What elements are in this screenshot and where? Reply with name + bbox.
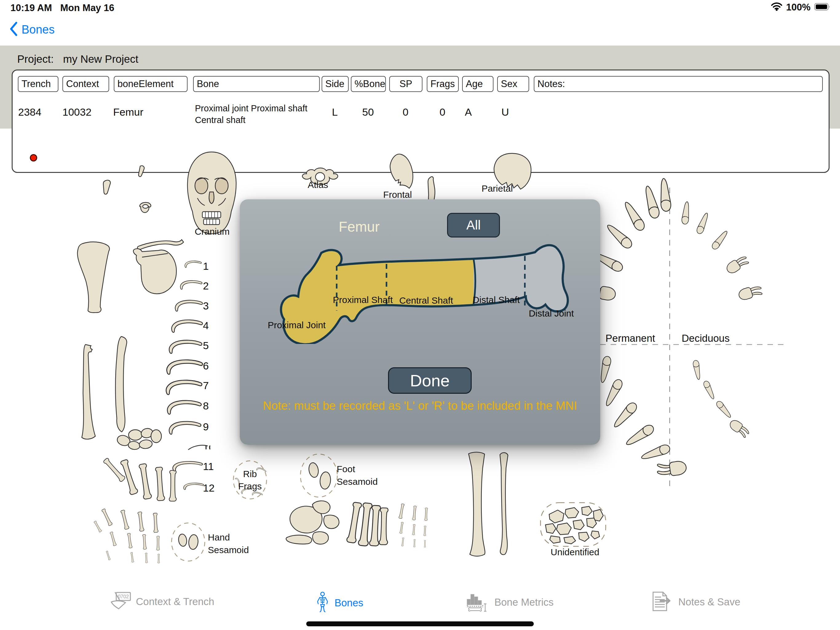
deciduous-lower-teeth[interactable]: [692, 360, 751, 438]
ulna-bone[interactable]: [115, 337, 127, 432]
proximal-shaft-label[interactable]: Proximal Shaft: [333, 295, 393, 305]
bone-fragment[interactable]: [139, 166, 144, 177]
rib-frags-label-1: Rib: [243, 469, 257, 479]
wifi-icon: [771, 2, 783, 12]
svg-text:0702: 0702: [118, 594, 129, 599]
hand-sesamoid-label-2: Sesamoid: [208, 545, 249, 555]
metatarsal-bones[interactable]: [346, 502, 388, 546]
parietal-label: Parietal: [482, 184, 513, 194]
all-button[interactable]: All: [447, 213, 500, 237]
back-button-label: Bones: [22, 23, 55, 36]
tab-bones[interactable]: Bones: [316, 592, 363, 614]
bone-metrics-icon: [467, 592, 489, 613]
frontal-label: Frontal: [383, 190, 412, 200]
rib-frags-label-2: Frags: [238, 481, 262, 492]
nav-bar: Bones: [0, 15, 840, 46]
tarsal-bones[interactable]: [286, 501, 339, 544]
bone-fragment[interactable]: [103, 180, 111, 195]
tab-notes-save[interactable]: Notes & Save: [652, 592, 741, 613]
foot-sesamoid-label-1: Foot: [337, 464, 355, 474]
header-field-frags[interactable]: Frags: [427, 76, 459, 92]
project-label: Project:: [17, 53, 54, 65]
header-field-sex[interactable]: Sex: [497, 76, 529, 92]
femur-portion-modal: Femur All Proximal Shaft Central Shaft D…: [240, 199, 600, 445]
scapula-bone[interactable]: [133, 249, 177, 294]
fibula-bone[interactable]: [500, 453, 508, 555]
home-indicator[interactable]: [306, 621, 534, 626]
header-field-trench[interactable]: Trench: [18, 76, 58, 92]
mni-note: Note: must be recorded as 'L' or 'R' to …: [240, 399, 600, 413]
row-frags[interactable]: 0: [440, 106, 445, 118]
rib-bones[interactable]: [166, 261, 208, 490]
row-age[interactable]: A: [465, 106, 472, 118]
header-field-side[interactable]: Side: [322, 76, 349, 92]
hand-sesamoid-group[interactable]: [172, 523, 205, 561]
tab-context-trench[interactable]: 0702 Context & Trench: [111, 592, 214, 612]
context-trench-icon: 0702: [111, 592, 131, 612]
done-button[interactable]: Done: [388, 367, 472, 394]
frontal-bone[interactable]: [390, 154, 413, 188]
tab-bone-metrics[interactable]: Bone Metrics: [467, 592, 554, 613]
row-pctbone[interactable]: 50: [362, 106, 374, 118]
atlas-label: Atlas: [308, 180, 328, 190]
battery-icon: [814, 3, 831, 12]
rib-number-3: 3: [203, 300, 209, 312]
foot-sesamoid-group[interactable]: [300, 454, 337, 497]
tibia-bone[interactable]: [469, 452, 485, 556]
clavicle-bone[interactable]: [137, 240, 183, 250]
radius-bone[interactable]: [82, 345, 95, 439]
rib-number-8: 8: [203, 400, 209, 412]
row-trench[interactable]: 2384: [18, 106, 41, 118]
distal-joint-label[interactable]: Distal Joint: [529, 308, 574, 319]
row-bone-portions[interactable]: Proximal joint Proximal shaft Central sh…: [195, 103, 308, 126]
header-field-sp[interactable]: SP: [389, 76, 422, 92]
proximal-joint-label[interactable]: Proximal Joint: [268, 320, 325, 330]
cranium-bone[interactable]: [188, 152, 236, 234]
humerus-bone[interactable]: [77, 242, 109, 313]
header-field-context[interactable]: Context: [62, 76, 109, 92]
rib-number-6: 6: [203, 360, 209, 372]
status-bar: 10:19 AM Mon May 16 100%: [0, 0, 840, 15]
header-field-boneelement[interactable]: boneElement: [114, 76, 188, 92]
bone-fragment[interactable]: [140, 203, 151, 212]
notes-save-icon: [652, 592, 673, 613]
rib-number-11: 11: [203, 461, 214, 473]
deciduous-column-label: Deciduous: [682, 332, 729, 344]
unidentified-label: Unidentified: [551, 547, 599, 557]
rib-frags-group[interactable]: [234, 461, 267, 499]
central-shaft-label[interactable]: Central Shaft: [399, 295, 453, 306]
row-context[interactable]: 10032: [62, 106, 92, 118]
foot-sesamoid-label-2: Sesamoid: [337, 476, 377, 487]
header-field-age[interactable]: Age: [462, 76, 494, 92]
project-name: my New Project: [63, 53, 138, 65]
modal-title: Femur: [339, 218, 380, 235]
header-field-notes[interactable]: Notes:: [534, 76, 823, 92]
rib-number-5: 5: [203, 340, 209, 351]
row-side[interactable]: L: [332, 106, 338, 118]
status-time: 10:19 AM: [11, 2, 52, 14]
cranium-label: Cranium: [195, 226, 229, 237]
hand-phalanx-bones[interactable]: [93, 508, 159, 563]
row-sex[interactable]: U: [502, 106, 509, 118]
row-element[interactable]: Femur: [113, 106, 143, 118]
app-root: 10:19 AM Mon May 16 100%: [0, 0, 840, 630]
distal-shaft-label[interactable]: Distal Shaft: [472, 295, 519, 305]
row-sp[interactable]: 0: [403, 106, 409, 118]
unidentified-group[interactable]: [540, 503, 606, 546]
header-field-bone[interactable]: Bone: [193, 76, 320, 92]
back-button[interactable]: Bones: [9, 22, 55, 38]
rib-number-2: 2: [203, 280, 209, 292]
rib-number-12: 12: [203, 482, 215, 494]
rib-number-4: 4: [203, 320, 209, 332]
battery-percent: 100%: [786, 2, 810, 13]
bones-skeleton-icon: [316, 592, 330, 614]
rib-number-7: 7: [203, 380, 209, 392]
permanent-lower-teeth[interactable]: [598, 356, 687, 478]
toe-phalanx-bones[interactable]: [398, 503, 428, 547]
status-date: Mon May 16: [60, 2, 114, 14]
header-field-pctbone[interactable]: %Bone: [351, 76, 386, 92]
metacarpal-bones[interactable]: [103, 458, 176, 502]
rib-number-1: 1: [203, 260, 209, 272]
deciduous-upper-teeth[interactable]: [681, 201, 763, 301]
project-header: Project: my New Project Trench Context b…: [0, 46, 840, 128]
